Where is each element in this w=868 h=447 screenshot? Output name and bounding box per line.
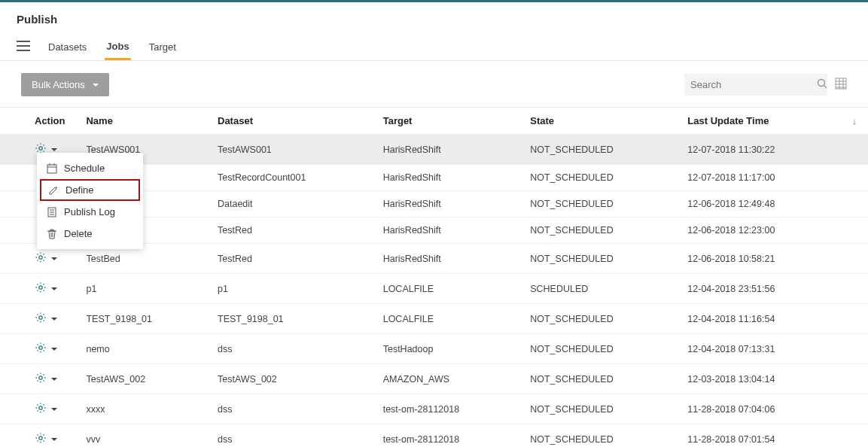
gear-icon[interactable] xyxy=(35,372,47,386)
gear-icon[interactable] xyxy=(35,281,47,296)
cell-state: NOT_SCHEDULED xyxy=(519,191,677,217)
tab-target[interactable]: Target xyxy=(148,34,178,60)
calendar-icon xyxy=(46,163,58,174)
cell-state: NOT_SCHEDULED xyxy=(519,424,677,448)
cell-updated: 12-04-2018 23:51:56 xyxy=(677,274,841,304)
cell-dataset: Dataedit xyxy=(207,191,373,217)
cell-target: LOCALFILE xyxy=(373,274,520,304)
cell-empty xyxy=(841,274,868,304)
cell-empty xyxy=(841,364,868,394)
gear-icon[interactable] xyxy=(35,251,47,266)
cell-updated: 12-06-2018 10:58:21 xyxy=(677,244,841,274)
trash-icon xyxy=(46,229,58,239)
table-row[interactable]: p1p1LOCALFILESCHEDULED12-04-2018 23:51:5… xyxy=(0,274,868,304)
chevron-down-icon[interactable] xyxy=(51,408,57,411)
columns-icon[interactable] xyxy=(835,78,847,92)
cell-name: TEST_9198_01 xyxy=(75,304,207,334)
cell-empty xyxy=(841,244,868,274)
cell-updated: 12-07-2018 11:30:22 xyxy=(677,135,841,165)
svg-point-8 xyxy=(39,147,42,150)
cell-name: TestAWS_002 xyxy=(75,364,207,394)
cell-empty xyxy=(841,304,868,334)
dropdown-item-schedule[interactable]: Schedule xyxy=(37,157,143,179)
svg-point-12 xyxy=(39,346,42,349)
cell-state: NOT_SCHEDULED xyxy=(519,244,677,274)
cell-state: NOT_SCHEDULED xyxy=(519,135,677,165)
svg-point-14 xyxy=(39,406,42,409)
svg-point-11 xyxy=(39,316,42,319)
chevron-down-icon[interactable] xyxy=(51,148,57,151)
search-input[interactable] xyxy=(690,79,817,90)
tab-datasets[interactable]: Datasets xyxy=(47,34,88,60)
cell-state: NOT_SCHEDULED xyxy=(519,217,677,244)
col-target[interactable]: Target xyxy=(373,108,520,135)
gear-icon[interactable] xyxy=(35,402,47,416)
cell-state: NOT_SCHEDULED xyxy=(519,394,677,424)
cell-target: AMAZON_AWS xyxy=(373,364,520,394)
cell-target: HarisRedShift xyxy=(373,217,520,244)
cell-empty xyxy=(841,191,868,217)
cell-dataset: p1 xyxy=(207,274,373,304)
dropdown-item-publish-log[interactable]: Publish Log xyxy=(37,201,143,223)
col-name[interactable]: Name xyxy=(75,108,207,135)
cell-updated: 12-04-2018 11:16:54 xyxy=(677,304,841,334)
tabs: Datasets Jobs Target xyxy=(0,33,868,61)
chevron-down-icon[interactable] xyxy=(51,378,57,381)
cell-target: LOCALFILE xyxy=(373,304,520,334)
cell-target: HarisRedShift xyxy=(373,244,520,274)
svg-point-10 xyxy=(39,286,42,289)
svg-line-1 xyxy=(824,86,827,89)
tab-jobs[interactable]: Jobs xyxy=(105,33,130,60)
action-cell xyxy=(0,424,75,448)
cell-target: test-om-28112018 xyxy=(373,394,520,424)
dropdown-label: Delete xyxy=(64,228,93,239)
search-box xyxy=(684,74,827,96)
cell-empty xyxy=(841,135,868,165)
cell-state: NOT_SCHEDULED xyxy=(519,304,677,334)
sort-indicator[interactable]: ↓ xyxy=(841,108,868,135)
chevron-down-icon[interactable] xyxy=(51,348,57,351)
gear-icon[interactable] xyxy=(35,432,47,446)
arrow-down-icon: ↓ xyxy=(852,115,857,126)
action-cell xyxy=(0,334,75,364)
table-row[interactable]: TestAWS_002TestAWS_002AMAZON_AWSNOT_SCHE… xyxy=(0,364,868,394)
dropdown-item-delete[interactable]: Delete xyxy=(37,223,143,245)
search-icon[interactable] xyxy=(817,78,827,91)
table-row[interactable]: nemodssTestHadoopNOT_SCHEDULED12-04-2018… xyxy=(0,334,868,364)
gear-icon[interactable] xyxy=(35,342,47,356)
bulk-actions-button[interactable]: Bulk Actions xyxy=(21,73,109,96)
cell-empty xyxy=(841,165,868,191)
cell-dataset: TEST_9198_01 xyxy=(207,304,373,334)
chevron-down-icon[interactable] xyxy=(51,257,57,260)
cell-updated: 11-28-2018 07:01:54 xyxy=(677,424,841,448)
cell-target: TestHadoop xyxy=(373,334,520,364)
table-header-row: Action Name Dataset Target State Last Up… xyxy=(0,108,868,135)
col-action[interactable]: Action xyxy=(0,108,75,135)
cell-state: NOT_SCHEDULED xyxy=(519,334,677,364)
cell-name: nemo xyxy=(75,334,207,364)
bulk-actions-label: Bulk Actions xyxy=(32,79,85,90)
table-row[interactable]: TEST_9198_01TEST_9198_01LOCALFILENOT_SCH… xyxy=(0,304,868,334)
cell-state: NOT_SCHEDULED xyxy=(519,364,677,394)
table-row[interactable]: vvvdsstest-om-28112018NOT_SCHEDULED11-28… xyxy=(0,424,868,448)
page-title: Publish xyxy=(0,2,868,33)
dropdown-label: Schedule xyxy=(64,163,105,174)
cell-dataset: TestAWS_002 xyxy=(207,364,373,394)
cell-dataset: TestRed xyxy=(207,244,373,274)
dropdown-label: Publish Log xyxy=(64,206,115,217)
cell-dataset: TestAWS001 xyxy=(207,135,373,165)
hamburger-icon[interactable] xyxy=(17,41,30,53)
dropdown-item-define[interactable]: Define xyxy=(40,179,140,201)
col-update[interactable]: Last Update Time xyxy=(677,108,841,135)
gear-icon[interactable] xyxy=(35,312,47,326)
cell-name: p1 xyxy=(75,274,207,304)
table-row[interactable]: xxxxdsstest-om-28112018NOT_SCHEDULED11-2… xyxy=(0,394,868,424)
col-state[interactable]: State xyxy=(519,108,677,135)
col-dataset[interactable]: Dataset xyxy=(207,108,373,135)
cell-state: SCHEDULED xyxy=(519,274,677,304)
chevron-down-icon[interactable] xyxy=(51,438,57,441)
cell-dataset: TestRecordCount001 xyxy=(207,165,373,191)
chevron-down-icon xyxy=(93,84,99,87)
chevron-down-icon[interactable] xyxy=(51,318,57,321)
chevron-down-icon[interactable] xyxy=(51,287,57,290)
